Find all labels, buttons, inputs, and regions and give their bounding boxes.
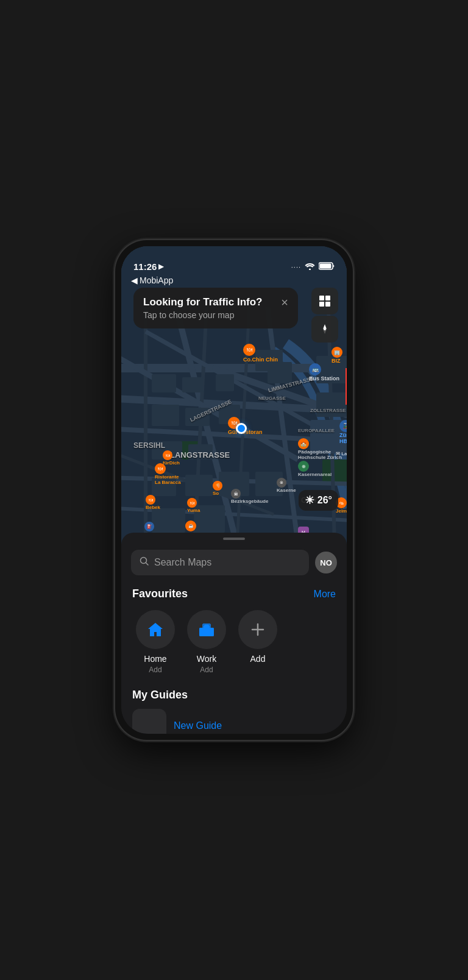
status-time: 11:26 ▶ xyxy=(133,261,163,272)
poi-bebek: 🍽 Bebek xyxy=(146,495,160,510)
svg-rect-2 xyxy=(320,264,332,269)
traffic-banner[interactable]: Looking for Traffic Info? Tap to choose … xyxy=(133,288,298,328)
svg-rect-24 xyxy=(152,405,179,426)
svg-rect-50 xyxy=(205,625,208,628)
location-icon: ▶ xyxy=(158,263,163,271)
traffic-banner-title: Looking for Traffic Info? xyxy=(143,296,262,308)
weather-badge: ☀ 26° xyxy=(299,490,338,511)
traffic-banner-subtitle: Tap to choose your map xyxy=(143,310,262,320)
svg-line-48 xyxy=(146,563,149,566)
compass-button[interactable] xyxy=(311,316,338,343)
search-bar[interactable]: Search Maps xyxy=(131,550,309,575)
work-icon-circle xyxy=(187,610,226,649)
battery-icon xyxy=(319,262,335,272)
home-label: Home xyxy=(144,654,166,664)
svg-rect-22 xyxy=(182,377,204,392)
svg-rect-42 xyxy=(319,302,324,307)
svg-rect-21 xyxy=(152,374,176,392)
poi-so: 🍕 So xyxy=(213,481,222,496)
favourites-row: Home Add Work Add xyxy=(121,610,347,674)
traffic-banner-close-button[interactable]: × xyxy=(281,296,288,308)
status-bar: 11:26 ▶ ···· xyxy=(121,246,347,275)
weather-icon: ☀ xyxy=(305,494,314,507)
zollstrasse-label: ZOLLSTRASSE xyxy=(310,408,346,413)
svg-rect-43 xyxy=(325,302,330,307)
favourites-section-header: Favourites More xyxy=(121,588,347,600)
search-placeholder: Search Maps xyxy=(154,557,300,568)
poi-cochin: 🍽 Co.Chin Chin xyxy=(243,344,278,363)
status-right-icons: ···· xyxy=(291,262,335,272)
search-icon xyxy=(140,556,149,569)
favourites-title: Favourites xyxy=(132,588,188,600)
poi-bezirk: 🏛 Bezirksgebäude xyxy=(231,489,268,504)
user-avatar[interactable]: NO xyxy=(315,552,337,573)
poi-kasernenareal: ⊕ Kasernenareal xyxy=(298,461,332,477)
home-icon-circle xyxy=(136,610,175,649)
poi-furdich: 🍽 fürDich xyxy=(163,450,180,466)
back-navigation[interactable]: ◀ MobiApp xyxy=(131,275,173,285)
poi-kaserne: ⊗ Kaserne xyxy=(277,478,296,493)
map-container[interactable]: LANGSTRASSE SERSIHL CITY LAGERSTRASSE LI… xyxy=(121,246,347,545)
poi-paed: 🏫 Pädagogische Hochschule Zürich xyxy=(298,438,342,460)
poi-biz: 🏢 BIZ xyxy=(332,347,342,364)
guides-title: My Guides xyxy=(132,689,336,701)
traffic-banner-content: Looking for Traffic Info? Tap to choose … xyxy=(143,296,262,320)
search-row: Search Maps NO xyxy=(131,550,337,575)
back-arrow-icon: ◀ xyxy=(131,275,138,285)
volume-button-accent xyxy=(346,368,347,405)
svg-rect-51 xyxy=(199,628,214,636)
dots-icon: ···· xyxy=(291,263,301,271)
phone-screen: 11:26 ▶ ···· xyxy=(121,246,347,734)
home-sublabel: Add xyxy=(149,666,161,674)
search-bar-wrapper: Search Maps NO xyxy=(121,550,347,575)
add-label: Add xyxy=(250,654,266,664)
svg-rect-23 xyxy=(216,374,234,391)
work-sublabel: Add xyxy=(200,666,213,674)
svg-rect-41 xyxy=(325,296,330,300)
work-label: Work xyxy=(197,654,216,664)
favourites-more-button[interactable]: More xyxy=(314,589,336,600)
current-location-dot xyxy=(236,423,247,434)
poi-yuma: 🍽 Yuma xyxy=(187,498,200,513)
time-label: 11:26 xyxy=(133,261,157,272)
svg-rect-40 xyxy=(319,296,324,300)
svg-rect-30 xyxy=(316,392,347,417)
svg-rect-36 xyxy=(152,508,185,533)
poi-bus-station: 🚌 Bus Station xyxy=(309,363,339,382)
weather-temp: 26° xyxy=(317,495,332,506)
favourite-work[interactable]: Work Add xyxy=(187,610,226,674)
map-controls xyxy=(311,288,338,343)
poi-laposte: ✉ La Poste xyxy=(336,451,347,456)
guides-placeholder xyxy=(132,709,166,734)
wifi-icon xyxy=(305,263,315,272)
sheet-handle xyxy=(223,538,245,540)
svg-rect-38 xyxy=(268,362,292,383)
favourite-home[interactable]: Home Add xyxy=(136,610,175,674)
back-label: MobiApp xyxy=(140,275,173,285)
guides-section: My Guides New Guide xyxy=(121,689,347,734)
svg-point-46 xyxy=(324,328,326,330)
svg-point-0 xyxy=(309,268,311,270)
new-guide-button[interactable]: New Guide xyxy=(174,720,222,731)
bottom-sheet: Search Maps NO Favourites More xyxy=(121,533,347,734)
europaallee-label: EUROPAALLEE xyxy=(298,428,335,433)
svg-rect-33 xyxy=(185,475,213,496)
map-layers-button[interactable] xyxy=(311,288,338,314)
poi-ristorante: 🍽 Ristorante La Baracca xyxy=(155,463,181,485)
favourite-add[interactable]: Add xyxy=(238,610,277,674)
neugasse-label: NEUGASSE xyxy=(258,396,286,401)
add-icon-circle xyxy=(238,610,277,649)
phone-frame: 11:26 ▶ ···· xyxy=(115,240,353,740)
sersihl-label: SERSIHL xyxy=(133,441,165,450)
